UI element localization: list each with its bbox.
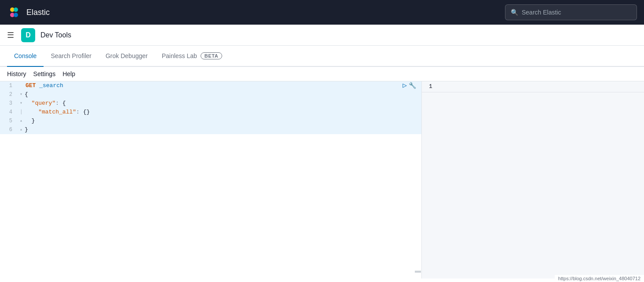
line-number-4: 4 [0,108,18,117]
result-line-number: 1 [422,81,644,92]
second-bar: ☰ D Dev Tools [0,25,644,46]
line-content-2: { [25,90,421,99]
result-panel: 1 [422,81,644,278]
line-content-1: GET _search [25,81,402,90]
editor-line-1: 1 GET _search ▷ 🔧 [0,81,421,90]
line-number-3: 3 [0,99,18,108]
line-content-5: } [25,117,421,125]
help-button[interactable]: Help [62,70,75,77]
line-fold-3[interactable]: ▾ [18,99,25,108]
editor-line-2: 2 ▾ { [0,90,421,99]
code-editor[interactable]: 1 GET _search ▷ 🔧 2 ▾ { 3 ▾ "query": { [0,81,421,278]
line-content-4: "match_all": {} [25,108,421,117]
elastic-title: Elastic [26,8,50,17]
line-number-5: 5 [0,117,18,125]
top-navbar: Elastic 🔍 Search Elastic [0,0,644,25]
toolbar: History Settings Help [0,67,644,81]
app-name: Dev Tools [40,31,71,39]
editor-line-5: 5 ▴ } [0,117,421,125]
settings-button[interactable]: Settings [33,70,56,77]
app-icon: D [21,28,35,42]
svg-point-3 [14,13,18,17]
svg-point-1 [14,7,18,12]
line-content-6: } [25,125,421,134]
line-actions-1: ▷ 🔧 [402,81,421,90]
search-icon: 🔍 [511,9,518,16]
search-placeholder: Search Elastic [522,9,561,16]
elastic-logo-icon [7,5,21,19]
history-button[interactable]: History [7,70,26,77]
line-content-3: "query": { [25,99,421,108]
line-number-2: 2 [0,90,18,99]
line-fold-2[interactable]: ▾ [18,90,25,99]
main-content: 1 GET _search ▷ 🔧 2 ▾ { 3 ▾ "query": { [0,81,644,278]
editor-line-4: 4 │ "match_all": {} [0,108,421,117]
beta-badge: BETA [201,52,222,59]
editor-panel[interactable]: 1 GET _search ▷ 🔧 2 ▾ { 3 ▾ "query": { [0,81,422,278]
tab-console[interactable]: Console [7,46,44,67]
hamburger-icon: ☰ [7,30,14,40]
line-number-6: 6 [0,125,18,134]
status-bar: https://blog.csdn.net/weixin_48040712 [555,275,644,278]
run-button[interactable]: ▷ [402,81,407,90]
hamburger-menu-button[interactable]: ☰ [0,25,21,45]
line-number-1: 1 [0,81,18,90]
editor-line-6: 6 ▴ } [0,125,421,134]
tabs-bar: Console Search Profiler Grok Debugger Pa… [0,46,644,67]
status-url: https://blog.csdn.net/weixin_48040712 [558,276,640,278]
line-fold-6[interactable]: ▴ [18,125,25,134]
resize-handle[interactable]: ‖ [415,270,422,273]
editor-line-3: 3 ▾ "query": { [0,99,421,108]
tab-painless-lab[interactable]: Painless Lab BETA [155,46,230,67]
line-fold-4: │ [18,108,25,117]
tab-search-profiler[interactable]: Search Profiler [44,46,99,67]
line-fold-5[interactable]: ▴ [18,117,25,125]
tab-grok-debugger[interactable]: Grok Debugger [99,46,155,67]
global-search-bar[interactable]: 🔍 Search Elastic [505,4,637,20]
wrench-button[interactable]: 🔧 [409,81,416,90]
